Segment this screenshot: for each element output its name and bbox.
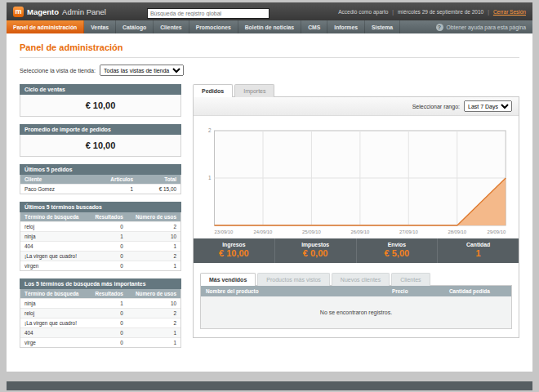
svg-text:28/09/10: 28/09/10 (448, 229, 466, 234)
table-cell: 2 (127, 252, 180, 261)
table-cell: 0 (88, 309, 127, 318)
table-row: reloj02 (20, 309, 180, 318)
total-label: Ingresos (194, 242, 274, 247)
table-cell: Paco Gomez (20, 185, 85, 194)
table-row: ¡La virgen que cuadro!02 (20, 252, 180, 261)
column-header-n-mero-de-usos[interactable]: Número de usos (127, 212, 180, 222)
total-value: € 0,00 (275, 248, 356, 258)
table-cell: 1 (88, 299, 127, 309)
nav-item-sistema[interactable]: Sistema (365, 20, 400, 33)
store-view-label: Seleccione la vista de tienda: (20, 67, 96, 74)
logged-in-as: Accedió como aparto (338, 9, 388, 15)
magento-logo-icon: m (13, 7, 24, 17)
grid-header: Nombre del productoPrecioCantidad pedida (201, 286, 511, 296)
table-cell: 1 (88, 232, 127, 242)
widget-body: € 10,00 (20, 135, 181, 157)
table-cell: 0 (88, 328, 127, 338)
total-env-os: Envíos€ 5,00 (357, 238, 439, 263)
table-cell: 0 (88, 318, 127, 328)
store-switcher: Seleccione la vista de tienda: Todas las… (20, 65, 519, 76)
column-header-cliente[interactable]: Cliente (20, 175, 85, 185)
column-header-n-mero-de-usos[interactable]: Número de usos (127, 289, 180, 299)
grid-column-precio[interactable]: Precio (387, 286, 444, 296)
table-row: virge01 (20, 338, 180, 348)
range-select[interactable]: Last 7 Days (464, 100, 512, 112)
widget-title-average-orders: Promedio de importe de pedidos (20, 124, 181, 135)
page-help-link[interactable]: ? Obtener ayuda para esta página (436, 20, 533, 33)
table-cell: 0 (88, 261, 127, 271)
widget-title-top-search-terms: Los 5 términos de búsqueda más important… (20, 278, 181, 289)
column-header-total[interactable]: Total (137, 175, 180, 185)
widget-body: € 10,00 (20, 95, 181, 117)
nav-item-cat-logo[interactable]: Catálogo (116, 20, 154, 33)
table-row: Paco Gomez1€ 15,00 (20, 185, 180, 194)
table-cell: ¡La virgen que cuadro! (20, 318, 88, 328)
column-header-t-rmino-de-b-squeda[interactable]: Término de búsqueda (20, 212, 88, 222)
table-cell: 0 (88, 242, 127, 252)
products-grid: Nombre del productoPrecioCantidad pedida… (200, 285, 512, 329)
tab-clientes[interactable]: Clientes (391, 273, 430, 286)
svg-text:2: 2 (208, 127, 212, 133)
table-cell: 1 (127, 242, 180, 252)
lifetime-sales-value: € 10,00 (20, 95, 180, 116)
global-search (147, 4, 270, 19)
svg-text:1: 1 (208, 175, 212, 180)
table-cell: 1 (127, 328, 180, 338)
table-cell: 404 (20, 328, 88, 338)
top-search-terms-table: Término de búsquedaResultadosNúmero de u… (20, 289, 181, 348)
widget-last-orders: Últimos 5 pedidos ClienteArtículosTotalP… (20, 164, 181, 194)
range-row: Seleccionar rango: Last 7 Days (194, 97, 519, 116)
nav-item-informes[interactable]: Informes (327, 20, 365, 33)
column-header-resultados[interactable]: Resultados (88, 289, 127, 299)
dashboard-panel: Seleccionar rango: Last 7 Days 1223/09/1… (193, 96, 519, 338)
grid-column-cantidad-pedida[interactable]: Cantidad pedida (444, 286, 511, 296)
widget-table: ClienteArtículosTotalPaco Gomez1€ 15,00 (20, 175, 180, 194)
svg-text:29/09/10: 29/09/10 (488, 229, 506, 234)
column-header-t-rmino-de-b-squeda[interactable]: Término de búsqueda (20, 289, 88, 299)
diagram-tabs: PedidosImportes (193, 84, 519, 97)
table-cell: virgen (20, 261, 88, 271)
global-search-input[interactable] (147, 8, 270, 19)
nav-item-clientes[interactable]: Clientes (154, 20, 189, 33)
nav-item-panel-de-administraci-n[interactable]: Panel de administración (7, 20, 84, 33)
brand-subtitle: Admin Panel (62, 7, 106, 16)
tab-importes[interactable]: Importes (234, 84, 274, 97)
table-cell: 404 (20, 242, 88, 252)
grid-column-nombre-del-producto[interactable]: Nombre del producto (201, 286, 387, 296)
table-cell: 2 (127, 318, 180, 328)
tab-nuevos-clientes[interactable]: Nuevos clientes (332, 273, 390, 286)
table-row: 40401 (20, 242, 180, 252)
nav-items: Panel de administraciónVentasCatálogoCli… (7, 20, 400, 33)
total-ingresos: Ingresos€ 10,00 (194, 238, 275, 263)
widget-title-last-orders: Últimos 5 pedidos (20, 164, 181, 175)
column-header-art-culos[interactable]: Artículos (85, 175, 137, 185)
table-cell: 1 (127, 338, 180, 348)
nav-item-promociones[interactable]: Promociones (189, 20, 238, 33)
nav-item-bolet-n-de-noticias[interactable]: Boletín de noticias (238, 20, 301, 33)
tab-m-s-vendidos[interactable]: Más vendidos (200, 273, 256, 286)
table-row: ¡La virgen que cuadro!02 (20, 318, 180, 328)
table-cell: 0 (88, 338, 127, 348)
top-header: m Magento Admin Panel Accedió como apart… (7, 2, 532, 20)
table-cell: ¡La virgen que cuadro! (20, 252, 88, 261)
total-impuestos: Impuestos€ 0,00 (275, 238, 357, 263)
chart-area: 1223/09/1024/09/1025/09/1026/09/1027/09/… (194, 116, 519, 238)
svg-text:26/09/10: 26/09/10 (351, 229, 370, 234)
total-value: € 10,00 (194, 248, 274, 258)
table-cell: 0 (88, 222, 127, 232)
tab-pedidos[interactable]: Pedidos (193, 84, 233, 97)
tab-productos-m-s-vistos[interactable]: Productos más vistos (257, 273, 330, 286)
table-cell: ninja (20, 232, 88, 242)
nav-item-ventas[interactable]: Ventas (84, 20, 116, 33)
svg-text:23/09/10: 23/09/10 (215, 229, 234, 234)
brand-name: Magento (27, 7, 59, 16)
table-cell: € 15,00 (137, 185, 180, 194)
nav-item-cms[interactable]: CMS (301, 20, 327, 33)
widget-title-last-search-terms: Últimos 5 términos buscados (20, 202, 181, 212)
svg-text:25/09/10: 25/09/10 (302, 229, 321, 234)
column-header-resultados[interactable]: Resultados (88, 212, 127, 222)
store-view-select[interactable]: Todas las vistas de tienda (100, 65, 184, 76)
table-cell: 10 (127, 299, 180, 309)
logout-link[interactable]: Cerrar Sesión (488, 9, 526, 15)
widget-top-search-terms: Los 5 términos de búsqueda más important… (20, 278, 181, 348)
